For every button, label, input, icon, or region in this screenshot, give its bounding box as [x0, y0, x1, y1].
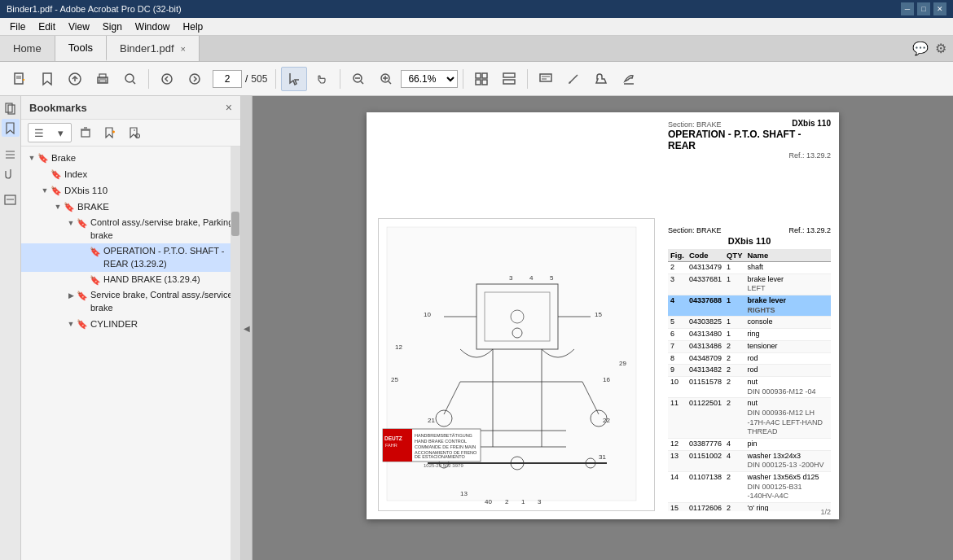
print-btn[interactable] — [90, 67, 116, 91]
dropdown-btn[interactable]: ▾ — [50, 123, 71, 142]
find-btn[interactable] — [117, 67, 143, 91]
add-bookmark-btn[interactable] — [99, 123, 121, 142]
sidebar-toolbar: ☰ ▾ — [21, 120, 240, 147]
sidebar-scrollbar[interactable] — [231, 147, 240, 560]
table-row: 12 03387776 4 pin — [668, 439, 831, 451]
scrolling-btn[interactable] — [496, 67, 522, 91]
tree-item-operation[interactable]: ▶ 🔖 OPERATION - P.T.O. SHAFT - REAR (13.… — [21, 243, 240, 272]
panel-icon-bookmarks[interactable] — [2, 119, 20, 137]
menu-sign[interactable]: Sign — [96, 20, 129, 34]
cell-name: 'o' ringH 002940-AS 30X 4.0 X 7 -NI — [744, 503, 831, 511]
sidebar-collapse-handle[interactable]: ◀ — [241, 96, 253, 560]
view-options-group: ☰ ▾ — [28, 123, 72, 142]
panel-icon-layers[interactable] — [2, 145, 20, 163]
table-row: 9 04313482 2 rod — [668, 365, 831, 377]
cell-code: 04313486 — [687, 340, 724, 352]
sep2 — [275, 69, 276, 89]
cell-code: 04348709 — [687, 352, 724, 365]
zoom-select[interactable]: 66.1% 50% 75% 100% 125% 150% — [401, 70, 458, 88]
highlight-btn[interactable] — [560, 67, 586, 91]
table-row: 15 01172606 2 'o' ringH 002940-AS 30X 4.… — [668, 503, 831, 511]
menu-view[interactable]: View — [62, 20, 96, 34]
delete-bookmark-btn[interactable] — [75, 123, 96, 142]
list-view-btn[interactable]: ☰ — [29, 123, 50, 142]
sep5 — [527, 69, 528, 89]
fill-sign-btn[interactable] — [616, 67, 642, 91]
svg-text:1: 1 — [521, 498, 525, 505]
menu-help[interactable]: Help — [177, 20, 210, 34]
expand-icon: ▼ — [65, 217, 77, 229]
menu-window[interactable]: Window — [129, 20, 177, 34]
bookmark-icon: 🔖 — [77, 290, 88, 301]
tree-item-cylinder[interactable]: ▼ 🔖 CYLINDER — [21, 316, 240, 332]
bookmark-btn[interactable] — [34, 67, 60, 91]
fit-page-btn[interactable] — [468, 67, 494, 91]
cell-qty: 1 — [724, 295, 745, 317]
svg-text:15: 15 — [595, 311, 602, 318]
table-row: 13 01151002 4 washer 13x24x3DIN 000125-1… — [668, 450, 831, 471]
tab-home[interactable]: Home — [0, 36, 55, 61]
upload-btn[interactable] — [62, 67, 88, 91]
zoom-in-btn[interactable] — [373, 67, 399, 91]
tree-item-handbrake[interactable]: ▶ 🔖 HAND BRAKE (13.29.4) — [21, 272, 240, 287]
table-row: 3 04337681 1 brake leverLEFT — [668, 273, 831, 295]
bookmark-icon: 🔖 — [90, 246, 101, 257]
pdf-page: DXbis 110 Section: BRAKE OPERATION - P.T… — [367, 112, 839, 519]
menu-edit[interactable]: Edit — [32, 20, 62, 34]
panel-icon-attachments[interactable] — [2, 164, 20, 182]
tab-tools[interactable]: Tools — [55, 36, 107, 61]
cell-qty: 2 — [724, 376, 745, 397]
zoom-out-btn[interactable] — [345, 67, 371, 91]
select-tool-btn[interactable] — [281, 67, 307, 91]
tree-item-index[interactable]: ▶ 🔖 Index — [21, 166, 240, 182]
page-total: 505 — [251, 73, 267, 85]
cell-qty: 2 — [724, 340, 745, 352]
prev-page-btn[interactable] — [154, 67, 180, 91]
svg-text:13: 13 — [460, 490, 468, 497]
title-bar: Binder1.pdf - Adobe Acrobat Pro DC (32-b… — [0, 0, 953, 18]
sidebar-tree: ▼ 🔖 Brake ▶ 🔖 Index ▼ 🔖 DXbis 110 — [21, 147, 240, 335]
maximize-btn[interactable]: □ — [917, 2, 930, 15]
tree-item-brake2[interactable]: ▼ 🔖 BRAKE — [21, 199, 240, 215]
cell-code: 04303825 — [687, 317, 724, 329]
svg-rect-24 — [476, 80, 481, 85]
settings-icon[interactable]: ⚙ — [935, 41, 946, 56]
sidebar-close-btn[interactable]: × — [226, 101, 232, 114]
tab-file[interactable]: Binder1.pdf × — [107, 36, 200, 61]
table-row: 6 04313480 1 ring — [668, 329, 831, 341]
toolbar: / 505 66.1% 50% 75% 100% 125% 150% — [0, 62, 953, 96]
comment-btn[interactable] — [533, 67, 559, 91]
window-controls[interactable]: ─ □ ✕ — [901, 2, 946, 15]
hand-tool-btn[interactable] — [309, 67, 335, 91]
tab-close-btn[interactable]: × — [181, 44, 186, 54]
cell-name: washer 13x56x5 d125DIN 000125-B31 -140HV… — [744, 472, 831, 503]
tree-item-brake[interactable]: ▼ 🔖 Brake — [21, 150, 240, 166]
ref-text: Ref.: 13.29.2 — [788, 226, 831, 234]
chat-icon[interactable]: 💬 — [912, 41, 929, 56]
minimize-btn[interactable]: ─ — [901, 2, 914, 15]
col-code: Code — [687, 249, 724, 262]
panel-icon-signature[interactable] — [2, 190, 20, 208]
cell-code: 01151578 — [687, 376, 724, 397]
svg-text:40: 40 — [485, 498, 492, 505]
close-btn[interactable]: ✕ — [933, 2, 946, 15]
stamp-btn[interactable] — [588, 67, 614, 91]
svg-text:4: 4 — [529, 274, 534, 282]
tree-item-control[interactable]: ▼ 🔖 Control assy./servise brake, Parking… — [21, 215, 240, 243]
menu-file[interactable]: File — [3, 20, 32, 34]
tree-label: OPERATION - P.T.O. SHAFT - REAR (13.29.2… — [103, 245, 235, 270]
section-label: Section: BRAKE — [668, 120, 831, 129]
next-page-btn[interactable] — [182, 67, 208, 91]
page-input[interactable] — [213, 70, 242, 88]
col-fig: Fig. — [668, 249, 687, 262]
table-row: 4 04337688 1 brake leverRIGHTS — [668, 295, 831, 317]
bookmark-properties-btn[interactable] — [124, 123, 145, 142]
cell-fig: 11 — [668, 398, 687, 439]
svg-rect-25 — [482, 80, 487, 85]
sep1 — [148, 69, 149, 89]
sidebar-scroll-thumb[interactable] — [231, 212, 239, 236]
tree-item-dxbis110[interactable]: ▼ 🔖 DXbis 110 — [21, 182, 240, 199]
new-btn[interactable] — [7, 67, 33, 91]
tree-item-servicebrake[interactable]: ▶ 🔖 Service brake, Contral assy./service… — [21, 287, 240, 316]
panel-icon-pages[interactable] — [2, 99, 20, 117]
